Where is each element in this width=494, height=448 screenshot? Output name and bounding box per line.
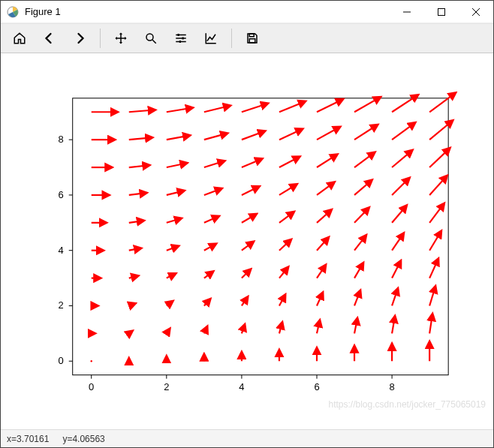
svg-text:4: 4 (59, 245, 64, 256)
home-icon (13, 32, 26, 45)
svg-rect-3 (178, 34, 179, 36)
maximize-icon (438, 8, 445, 16)
svg-text:2: 2 (164, 381, 169, 392)
svg-point-2 (146, 34, 153, 41)
svg-text:0: 0 (89, 381, 94, 392)
plot-canvas[interactable]: 0246802468 https://blog.csdn.net/jocker_… (1, 53, 493, 429)
save-icon (245, 32, 259, 45)
status-y: y=4.06563 (62, 434, 104, 444)
close-button[interactable] (459, 1, 493, 23)
svg-text:6: 6 (314, 381, 319, 392)
toolbar (1, 23, 493, 53)
edit-axes-button[interactable] (198, 27, 224, 50)
arrow-right-icon (73, 32, 86, 45)
window-title: Figure 1 (25, 6, 61, 17)
maximize-button[interactable] (424, 1, 459, 23)
svg-rect-4 (182, 38, 184, 40)
move-icon (114, 32, 128, 45)
toolbar-separator (100, 29, 101, 48)
plot-svg: 0246802468 (1, 53, 493, 428)
sliders-icon (174, 32, 188, 45)
minimize-icon (403, 8, 411, 16)
titlebar: Figure 1 (1, 1, 493, 23)
svg-rect-5 (179, 41, 181, 43)
svg-text:8: 8 (59, 134, 64, 145)
configure-subplots-button[interactable] (168, 27, 194, 50)
home-button[interactable] (7, 27, 32, 50)
forward-button[interactable] (67, 27, 92, 50)
svg-point-29 (91, 360, 92, 362)
arrow-left-icon (43, 32, 56, 45)
statusbar: x=3.70161 y=4.06563 (1, 429, 493, 447)
pan-button[interactable] (108, 27, 134, 50)
svg-rect-7 (249, 39, 255, 43)
chart-icon (204, 32, 218, 45)
minimize-button[interactable] (390, 1, 424, 23)
zoom-button[interactable] (138, 27, 164, 50)
app-window: Figure 1 (0, 0, 494, 448)
svg-text:6: 6 (59, 189, 64, 200)
zoom-icon (144, 32, 158, 45)
back-button[interactable] (37, 27, 62, 50)
status-x: x=3.70161 (7, 434, 49, 444)
svg-text:4: 4 (239, 381, 244, 392)
svg-text:2: 2 (59, 299, 64, 311)
matplotlib-app-icon (7, 6, 19, 18)
close-icon (472, 8, 480, 16)
svg-rect-6 (249, 34, 254, 37)
svg-text:0: 0 (59, 355, 64, 366)
svg-text:8: 8 (389, 381, 394, 392)
save-button[interactable] (239, 27, 265, 50)
svg-rect-1 (438, 8, 445, 15)
toolbar-separator (231, 29, 232, 48)
